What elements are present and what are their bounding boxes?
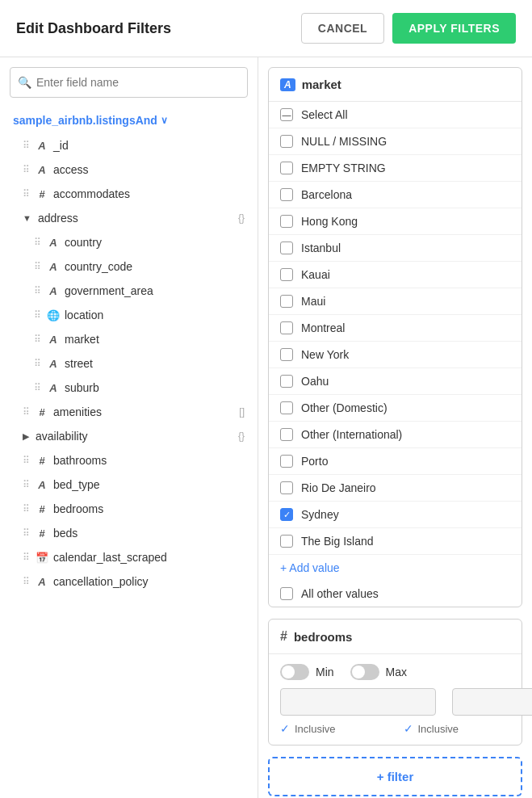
field-name: _id — [53, 139, 69, 152]
filter-label: Oahu — [301, 375, 329, 388]
max-input[interactable] — [452, 688, 532, 716]
field-item-availability[interactable]: ▶ availability {} — [0, 424, 258, 448]
filter-option-sydney[interactable]: Sydney — [269, 502, 522, 528]
field-item[interactable]: ⠿ A government_area — [0, 279, 258, 303]
bedrooms-controls: Min Max ✓ Inclusive — [269, 654, 522, 745]
field-name: availability — [36, 430, 88, 443]
filter-checkbox[interactable] — [280, 242, 293, 254]
filter-checkbox[interactable] — [280, 162, 293, 174]
input-row — [280, 688, 510, 716]
filter-checkbox[interactable] — [280, 428, 293, 441]
market-filter-card: A market Select All NULL / MISSING EMPTY… — [268, 67, 522, 607]
filter-label: Montreal — [301, 321, 345, 334]
filter-label: Hong Kong — [301, 215, 358, 228]
filter-option-porto[interactable]: Porto — [269, 448, 522, 475]
filter-label: Maui — [301, 295, 325, 308]
filter-checkbox[interactable] — [280, 401, 293, 414]
drag-handle-icon: ⠿ — [23, 576, 29, 587]
field-name: accommodates — [53, 187, 130, 200]
filter-checkbox[interactable] — [280, 455, 293, 468]
filter-option-istanbul[interactable]: Istanbul — [269, 235, 522, 262]
search-input[interactable] — [10, 67, 248, 98]
field-name: government_area — [65, 284, 153, 297]
field-item[interactable]: ⠿ A market — [0, 327, 258, 351]
field-item[interactable]: ⠿ 🌐 location — [0, 303, 258, 327]
filter-checkbox[interactable] — [280, 215, 293, 228]
field-item[interactable]: ⠿ # bedrooms — [0, 497, 258, 521]
cancel-button[interactable]: CANCEL — [301, 13, 384, 44]
dataset-row[interactable]: sample_airbnb.listingsAnd ∨ — [0, 107, 258, 133]
chevron-down-icon: ∨ — [161, 115, 168, 126]
filter-option-kauai[interactable]: Kauai — [269, 262, 522, 288]
filter-option-barcelona[interactable]: Barcelona — [269, 182, 522, 208]
field-item[interactable]: ⠿ A suburb — [0, 376, 258, 400]
filter-checkbox[interactable] — [280, 268, 293, 281]
field-item[interactable]: ⠿ # accommodates — [0, 182, 258, 206]
field-item[interactable]: ⠿ A cancellation_policy — [0, 569, 258, 594]
filter-option-other-international[interactable]: Other (International) — [269, 422, 522, 448]
field-item[interactable]: ⠿ # beds — [0, 521, 258, 545]
field-item[interactable]: ⠿ A access — [0, 158, 258, 182]
add-value-button[interactable]: + Add value — [269, 555, 522, 581]
add-filter-button[interactable]: + filter — [268, 757, 522, 796]
max-toggle-group: Max — [350, 664, 407, 680]
filter-checkbox[interactable] — [280, 321, 293, 334]
min-input[interactable] — [280, 688, 436, 716]
filter-checkbox[interactable] — [280, 348, 293, 361]
select-all-checkbox[interactable] — [280, 108, 293, 121]
filter-option-oahu[interactable]: Oahu — [269, 368, 522, 395]
drag-handle-icon: ⠿ — [23, 479, 29, 490]
field-item[interactable]: ⠿ A bed_type — [0, 472, 258, 497]
dataset-name: sample_airbnb.listingsAnd — [13, 114, 157, 127]
filter-checkbox[interactable] — [280, 188, 293, 201]
field-item[interactable]: ⠿ A _id — [0, 133, 258, 158]
type-hash-icon: # — [36, 188, 48, 200]
select-all-item[interactable]: Select All — [269, 102, 522, 128]
type-string-icon: A — [36, 164, 48, 176]
header: Edit Dashboard Filters CANCEL APPLY FILT… — [0, 0, 532, 57]
field-item[interactable]: ⠿ A street — [0, 351, 258, 376]
apply-filters-button[interactable]: APPLY FILTERS — [392, 13, 516, 44]
all-other-values-checkbox[interactable] — [280, 587, 293, 600]
filter-option-hongkong[interactable]: Hong Kong — [269, 208, 522, 235]
filter-checkbox[interactable] — [280, 481, 293, 494]
filter-option-maui[interactable]: Maui — [269, 288, 522, 315]
max-toggle[interactable] — [350, 664, 379, 680]
filter-option-montreal[interactable]: Montreal — [269, 315, 522, 342]
drag-handle-icon: ⠿ — [34, 285, 40, 296]
field-item[interactable]: ⠿ # amenities [] — [0, 400, 258, 424]
field-item-address[interactable]: ▼ address {} — [0, 206, 258, 230]
field-item[interactable]: ⠿ A country — [0, 230, 258, 254]
drag-handle-icon: ⠿ — [34, 309, 40, 321]
bedrooms-filter-card: # bedrooms Min Max — [268, 619, 522, 746]
filter-option-other-domestic[interactable]: Other (Domestic) — [269, 395, 522, 422]
type-a-badge: A — [280, 78, 295, 91]
type-hash-icon: # — [36, 455, 48, 467]
filter-option-rio[interactable]: Rio De Janeiro — [269, 475, 522, 502]
field-name: market — [65, 333, 99, 346]
expand-arrow-icon: ▼ — [23, 213, 31, 223]
all-other-values-item[interactable]: All other values — [269, 581, 522, 607]
filter-option-bigisland[interactable]: The Big Island — [269, 528, 522, 555]
filter-checkbox[interactable] — [280, 295, 293, 308]
expand-arrow-icon: ▶ — [23, 431, 29, 442]
filter-checkbox[interactable] — [280, 535, 293, 548]
filter-option-empty[interactable]: EMPTY STRING — [269, 155, 522, 182]
type-string-icon: A — [47, 237, 60, 249]
min-toggle-group: Min — [280, 664, 334, 680]
field-item[interactable]: ⠿ # bathrooms — [0, 448, 258, 472]
inclusive-row: ✓ Inclusive ✓ Inclusive — [280, 722, 510, 735]
filter-option-null[interactable]: NULL / MISSING — [269, 128, 522, 155]
field-item[interactable]: ⠿ A country_code — [0, 254, 258, 279]
filter-checkbox-sydney[interactable] — [280, 508, 293, 521]
filter-option-newyork[interactable]: New York — [269, 342, 522, 368]
min-toggle[interactable] — [280, 664, 309, 680]
filter-checkbox[interactable] — [280, 375, 293, 388]
field-item[interactable]: ⠿ 📅 calendar_last_scraped — [0, 545, 258, 569]
type-string-icon: A — [47, 261, 60, 273]
field-name: street — [65, 357, 93, 370]
filter-label: Other (International) — [301, 428, 402, 441]
max-inclusive-item: ✓ Inclusive — [404, 722, 511, 735]
filter-checkbox[interactable] — [280, 135, 293, 148]
filter-label: NULL / MISSING — [301, 135, 387, 148]
